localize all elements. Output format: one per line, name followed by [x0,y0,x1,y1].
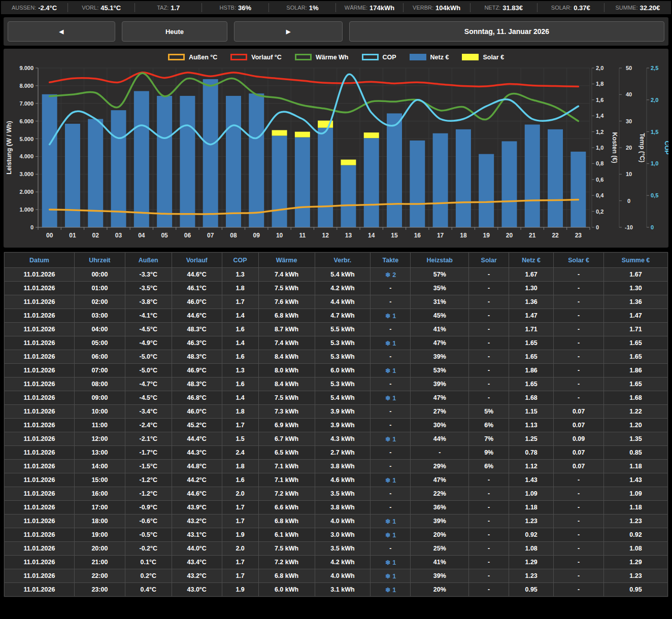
date-picker-button[interactable]: Sonntag, 11. Januar 2026 [349,21,664,42]
cell-value: 1.30 [525,285,537,292]
table-cell: - [554,473,604,487]
axis-label: 2,0 [651,97,658,103]
table-cell: 00:00 [74,268,125,282]
table-cell: 11.01.2026 [5,583,75,597]
axis-label: 1,5 [651,129,658,135]
axis-label: 02 [92,232,99,239]
table-cell: ❄1 [371,528,411,542]
cell-value: - [578,285,580,292]
cell-value: 44% [433,435,446,442]
cell-value: 11.01.2026 [24,572,55,579]
table-cell: - [469,282,509,295]
table-row: 11.01.202602:00-3.8°C46.0°C1.77.6 kWh4.4… [5,295,668,309]
table-cell: ❄1 [371,556,411,569]
axis-label: 2,5 [651,65,658,71]
snowflake-icon: ❄ [385,477,390,484]
cell-value: 3.8 kWh [330,463,354,470]
axis-label: 1,4 [596,113,604,119]
snowflake-icon: ❄ [385,518,390,525]
snowflake-icon: ❄ [385,340,390,347]
cell-value: 47% [433,476,446,484]
cell-value: 21:00 [91,559,108,566]
table-cell: 1.30 [604,282,668,295]
cell-value: 0.85 [629,449,642,456]
table-cell: 1.3 [222,268,258,282]
cell-value: - [389,353,391,360]
table-cell: 7.4 kWh [258,268,315,282]
axis-label: 0 [627,198,630,204]
table-cell: - [371,542,411,556]
cell-value: 4.0 kWh [330,572,354,579]
cell-value: 11:00 [92,422,108,429]
cell-value: 11.01.2026 [24,394,55,401]
cell-value: 6.1 kWh [275,531,298,538]
legend-item-solar-[interactable]: Solar € [462,54,504,61]
status-item: SOLAR:1% [269,3,336,12]
next-day-button[interactable]: ▶ [234,21,343,42]
table-cell: 11.01.2026 [5,377,75,391]
cell-value: 1.36 [629,298,642,305]
table-cell: - [371,487,411,501]
table-row: 11.01.202607:00-5.0°C46.9°C1.38.0 kWh6.0… [5,364,668,377]
table-cell: 5.4 kWh [315,391,371,405]
cell-value: 11.01.2026 [24,298,55,305]
column-header-solar: Solar [469,253,509,268]
cell-value: 31% [433,298,446,305]
cell-value: 1.7 [236,504,244,511]
table-cell: 1.13 [509,419,554,432]
legend-item-au-en-c[interactable]: Außen °C [168,54,217,61]
table-cell: 43.1°C [172,528,222,542]
legend-swatch [295,54,312,60]
legend-item-vorlauf-c[interactable]: Vorlauf °C [230,54,282,61]
status-item-label: WÄRME: [345,5,367,11]
table-cell: 6.0 kWh [258,583,315,597]
table-cell: 11.01.2026 [5,556,75,569]
today-button[interactable]: Heute [122,21,227,42]
cell-value: - [488,490,490,497]
cell-value: 25% [433,545,446,552]
legend-label: Solar € [483,54,504,61]
date-label: Sonntag, 11. Januar 2026 [464,27,549,36]
cell-value: 1.8 [236,408,244,415]
cell-value: - [389,504,391,511]
cell-value: 3.8 kWh [330,504,354,511]
prev-day-button[interactable]: ◀ [8,21,115,42]
cell-value: 5.4 kWh [330,394,354,401]
cell-value: - [488,285,490,292]
axis-label: 0,4 [596,192,604,198]
table-cell: 0.2°C [125,569,172,583]
table-cell: 1.30 [509,282,554,295]
table-cell: 44.0°C [172,542,222,556]
table-cell: 48.3°C [172,350,222,364]
status-item: SUMME:32.20€ [604,3,671,12]
cell-value: - [578,312,580,319]
axis-label: 50 [626,65,632,71]
table-cell: 02:00 [74,295,125,309]
table-cell: 7.1 kWh [258,460,315,473]
cell-value: 06:00 [91,353,108,360]
legend-item-netz-[interactable]: Netz € [410,54,449,61]
snowflake-icon: ❄ [385,395,390,402]
cell-value: 6.5 kWh [275,449,298,456]
table-cell: - [469,542,509,556]
axis-label: Leistung (W / Wh) [6,121,13,175]
table-cell: 1.43 [509,473,554,487]
cell-value: 1.23 [525,518,537,525]
table-cell: 1.43 [604,473,668,487]
table-cell: 7.2 kWh [258,556,315,569]
table-cell: - [554,556,604,569]
table-cell: 27% [411,405,469,419]
cell-value: 7.2 kWh [275,490,298,497]
status-item: TAZ:1.7 [135,3,202,12]
cell-value: 43.1°C [187,531,207,538]
table-row: 11.01.202609:00-4.5°C46.8°C1.47.5 kWh5.4… [5,391,668,405]
cell-value: 47% [433,394,446,401]
status-item-value: 36% [238,4,251,12]
table-cell: - [554,282,604,295]
cell-value: 1.7 [236,559,244,566]
takte-count: 1 [392,532,396,539]
cell-value: - [488,271,490,278]
axis-label: 23 [575,232,582,239]
legend-item-w-rme-wh[interactable]: Wärme Wh [295,54,349,61]
legend-item-cop[interactable]: COP [362,54,396,61]
